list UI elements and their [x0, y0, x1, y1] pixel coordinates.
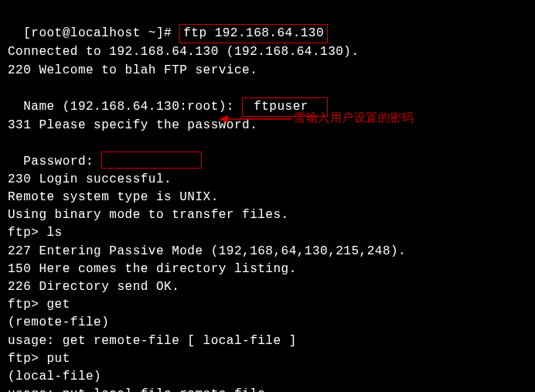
terminal-line: 230 Login successful.	[8, 171, 527, 189]
ftp-command-highlight: ftp 192.168.64.130	[179, 24, 328, 43]
terminal-line-password: Password:	[8, 135, 527, 171]
terminal-line-ftp: ftp> ls	[8, 224, 527, 242]
password-input-highlight[interactable]	[101, 152, 202, 169]
ftp-cmd-ls: ls	[47, 226, 63, 240]
terminal-line: Remote system type is UNIX.	[8, 189, 527, 206]
terminal-line: (local-file)	[8, 368, 527, 386]
terminal-line: 220 Welcome to blah FTP service.	[8, 62, 527, 80]
terminal-line: Using binary mode to transfer files.	[8, 206, 527, 224]
terminal-line-name: Name (192.168.64.130:root): ftpuser	[8, 80, 527, 117]
terminal-line: (remote-file)	[8, 314, 527, 332]
terminal-line: Connected to 192.168.64.130 (192.168.64.…	[8, 43, 527, 61]
ftp-cmd-put: put	[47, 352, 70, 366]
terminal-line: usage: put local-file remote-file	[8, 386, 527, 392]
terminal-line: 150 Here comes the directory listing.	[8, 261, 527, 278]
ftp-prompt: ftp>	[8, 226, 47, 240]
terminal-line-prompt: [root@localhost ~]# ftp 192.168.64.130	[8, 6, 527, 43]
terminal-line: 227 Entering Passive Mode (192,168,64,13…	[8, 243, 527, 261]
terminal-line-ftp: ftp> get	[8, 296, 527, 314]
annotation-text: 需输入用户设置的密码	[294, 110, 414, 127]
ftp-prompt: ftp>	[8, 298, 47, 312]
terminal-line: 226 Directory send OK.	[8, 278, 527, 296]
terminal-line: 331 Please specify the password.	[8, 117, 527, 135]
ftp-cmd-get: get	[47, 298, 70, 312]
ftp-prompt: ftp>	[8, 352, 47, 366]
name-prompt-text: Name (192.168.64.130:root):	[23, 100, 242, 114]
shell-prompt: [root@localhost ~]#	[23, 26, 179, 40]
password-label: Password:	[23, 155, 101, 169]
terminal-line-ftp: ftp> put	[8, 350, 527, 368]
terminal-line: usage: get remote-file [ local-file ]	[8, 332, 527, 350]
